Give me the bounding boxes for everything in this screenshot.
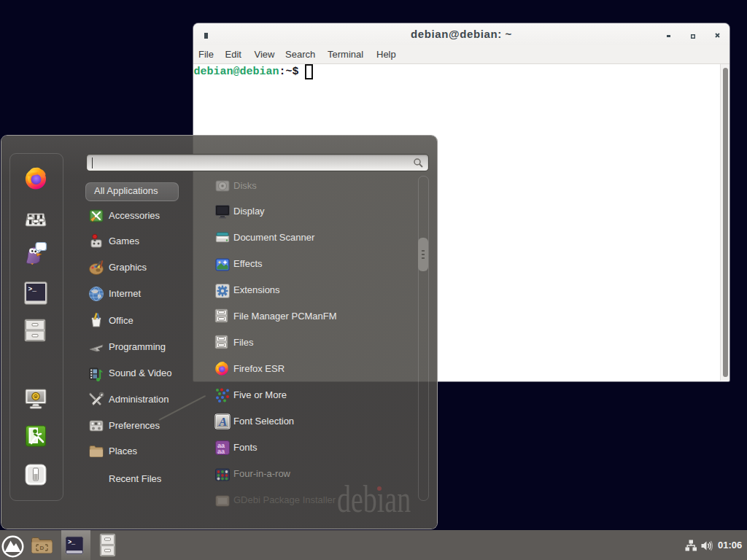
svg-text:>_: >_ bbox=[28, 285, 37, 293]
svg-text:aa: aa bbox=[217, 448, 225, 455]
svg-text:A: A bbox=[218, 415, 227, 429]
svg-text:>_: >_ bbox=[68, 539, 76, 546]
svg-text:D: D bbox=[40, 545, 44, 551]
